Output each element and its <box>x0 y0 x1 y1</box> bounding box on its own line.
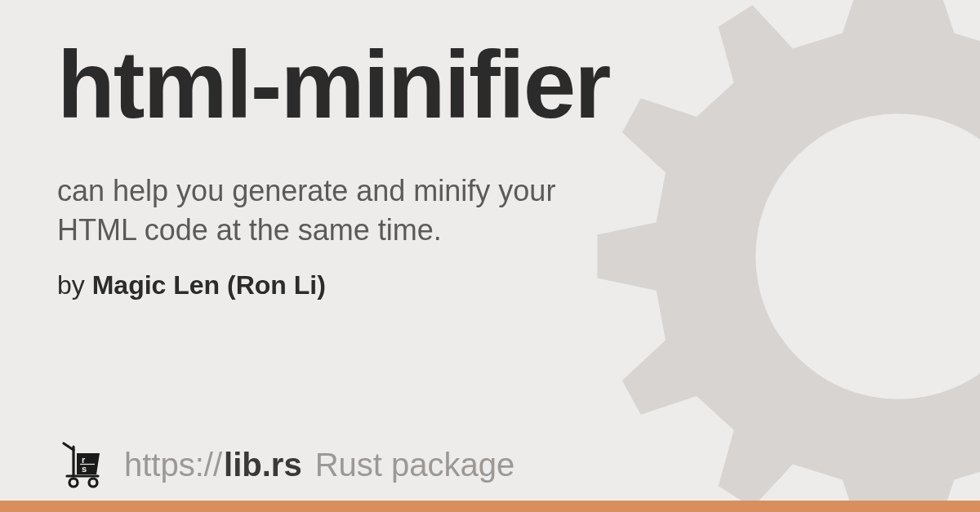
package-byline: by Magic Len (Ron Li) <box>57 270 923 301</box>
url-host: lib.rs <box>224 447 302 483</box>
package-title: html-minifier <box>57 36 923 136</box>
librs-logo-icon: r s <box>57 439 109 491</box>
svg-text:s: s <box>82 464 87 474</box>
package-description: can help you generate and minify your HT… <box>57 171 564 251</box>
accent-bar <box>0 501 980 512</box>
svg-point-1 <box>69 479 78 487</box>
url-suffix: Rust package <box>315 447 515 483</box>
site-url: https://lib.rs Rust package <box>124 447 514 483</box>
svg-point-2 <box>89 479 97 487</box>
byline-label: by <box>57 270 85 300</box>
byline-author: Magic Len (Ron Li) <box>92 270 326 300</box>
card-content: html-minifier can help you generate and … <box>0 0 980 512</box>
url-prefix: https:// <box>124 447 222 483</box>
